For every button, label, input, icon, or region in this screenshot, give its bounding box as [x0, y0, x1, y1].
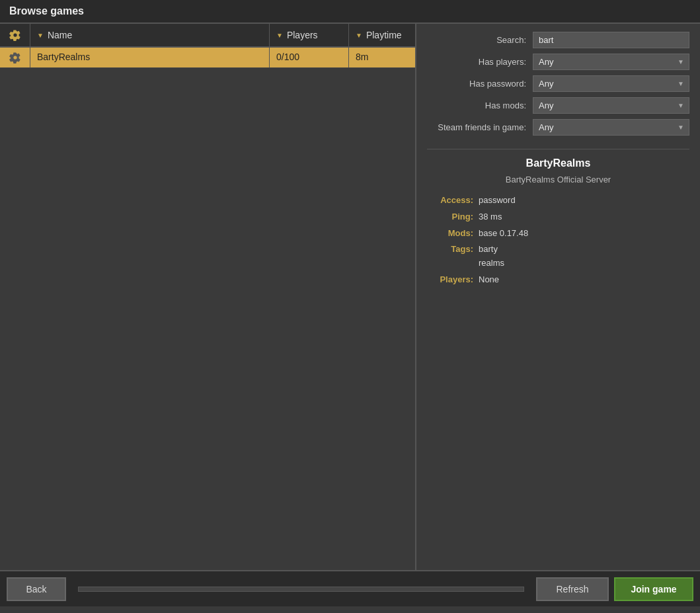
has-players-select-wrapper: Any Yes No ▼: [533, 54, 689, 70]
mods-value: base 0.17.48: [479, 227, 528, 241]
main-content: ▼ Name ▼ Players ▼ Playtime BartyRealms: [0, 24, 700, 570]
mods-label: Mods:: [427, 227, 473, 241]
search-label: Search:: [427, 35, 526, 45]
row-gear-icon: [9, 52, 21, 63]
steam-friends-select[interactable]: Any Yes No: [533, 119, 689, 136]
steam-friends-label: Steam friends in game:: [427, 122, 526, 132]
table-row[interactable]: BartyRealms 0/100 8m: [0, 48, 415, 68]
th-playtime-col[interactable]: ▼ Playtime: [349, 24, 415, 46]
search-row: Search:: [427, 32, 689, 48]
has-password-select-wrapper: Any Yes No ▼: [533, 75, 689, 92]
access-row: Access: password: [427, 194, 689, 208]
tags-row: Tags: barty realms: [427, 243, 689, 270]
players-sort-arrow: ▼: [276, 32, 283, 39]
progress-bar-container: [78, 587, 524, 592]
th-players-label: Players: [287, 30, 318, 40]
search-input[interactable]: [533, 32, 689, 48]
filter-section: Search: Has players: Any Yes No ▼ Has pa…: [427, 32, 689, 136]
title-bar: Browse games: [0, 0, 700, 24]
has-password-label: Has password:: [427, 79, 526, 89]
server-subtitle: BartyRealms Official Server: [427, 175, 689, 184]
th-gear-col[interactable]: [0, 24, 30, 46]
tags-value: barty realms: [479, 243, 504, 270]
refresh-button[interactable]: Refresh: [536, 577, 609, 601]
th-players-col[interactable]: ▼ Players: [270, 24, 349, 46]
players-row: Players: None: [427, 273, 689, 287]
access-label: Access:: [427, 194, 473, 208]
has-mods-select[interactable]: Any Yes No: [533, 97, 689, 114]
game-list-panel: ▼ Name ▼ Players ▼ Playtime BartyRealms: [0, 24, 416, 570]
players-value: None: [479, 273, 499, 287]
mods-row: Mods: base 0.17.48: [427, 227, 689, 241]
steam-friends-row: Steam friends in game: Any Yes No ▼: [427, 119, 689, 136]
has-mods-row: Has mods: Any Yes No ▼: [427, 97, 689, 114]
has-players-row: Has players: Any Yes No ▼: [427, 54, 689, 70]
access-value: password: [479, 194, 516, 208]
row-players: 0/100: [270, 48, 349, 67]
page-title: Browse games: [9, 5, 84, 17]
has-mods-select-wrapper: Any Yes No ▼: [533, 97, 689, 114]
row-gear: [0, 48, 30, 67]
th-name-col[interactable]: ▼ Name: [30, 24, 270, 46]
right-panel: Search: Has players: Any Yes No ▼ Has pa…: [416, 24, 700, 570]
table-body: BartyRealms 0/100 8m: [0, 48, 415, 570]
has-players-label: Has players:: [427, 57, 526, 67]
ping-label: Ping:: [427, 210, 473, 224]
join-game-button[interactable]: Join game: [614, 577, 693, 601]
gear-icon: [9, 29, 21, 41]
th-playtime-label: Playtime: [366, 30, 402, 40]
tags-value-2: realms: [479, 258, 504, 268]
players-label: Players:: [427, 273, 473, 287]
playtime-sort-arrow: ▼: [356, 32, 362, 39]
tags-label: Tags:: [427, 243, 473, 270]
th-name-label: Name: [48, 30, 72, 40]
ping-row: Ping: 38 ms: [427, 210, 689, 224]
server-title: BartyRealms: [427, 157, 689, 169]
section-divider: [427, 149, 689, 149]
row-name: BartyRealms: [30, 48, 270, 67]
has-mods-label: Has mods:: [427, 101, 526, 110]
name-sort-arrow: ▼: [37, 32, 44, 39]
has-password-select[interactable]: Any Yes No: [533, 75, 689, 92]
back-button[interactable]: Back: [7, 577, 66, 601]
ping-value: 38 ms: [479, 210, 502, 224]
server-detail: BartyRealms BartyRealms Official Server …: [427, 157, 689, 287]
has-password-row: Has password: Any Yes No ▼: [427, 75, 689, 92]
tags-value-1: barty: [479, 244, 498, 254]
row-playtime: 8m: [349, 48, 415, 67]
table-header: ▼ Name ▼ Players ▼ Playtime: [0, 24, 415, 48]
steam-friends-select-wrapper: Any Yes No ▼: [533, 119, 689, 136]
bottom-bar: Back Refresh Join game: [0, 570, 700, 606]
has-players-select[interactable]: Any Yes No: [533, 54, 689, 70]
